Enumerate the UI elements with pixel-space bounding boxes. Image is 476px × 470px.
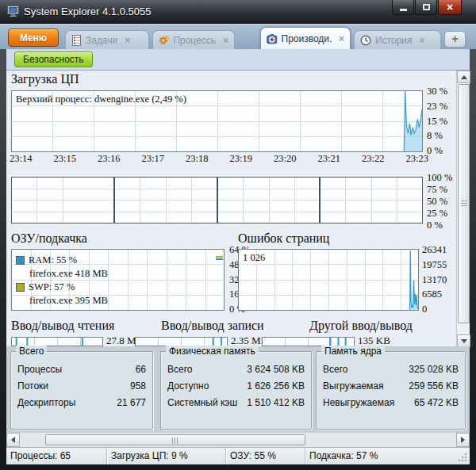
stat-value: 66 xyxy=(136,361,146,378)
scroll-right-button[interactable] xyxy=(456,433,470,447)
horizontal-scrollbar[interactable] xyxy=(6,433,470,447)
cpu-chart: Верхний процесс: dwengine.exe (2,49 %) xyxy=(11,90,423,152)
stat-row: Системный кэш1 510 412 KB xyxy=(161,395,311,411)
core-chart-cell xyxy=(12,178,115,223)
maximize-icon xyxy=(423,4,430,10)
stat-label: Потоки xyxy=(17,378,48,395)
io-read-sparkline xyxy=(12,338,102,346)
x-tick: 23:21 xyxy=(318,153,340,165)
tab-performance[interactable]: Производи... × xyxy=(260,27,351,49)
cpu-section-title: Загрузка ЦП xyxy=(11,72,79,86)
tab-close-icon[interactable]: × xyxy=(125,35,130,46)
group-title: Всего xyxy=(16,346,47,357)
y-tick: 13170 xyxy=(422,274,460,286)
tab-label: Процессы xyxy=(173,35,216,46)
arrow-left-icon xyxy=(11,437,15,443)
x-tick: 23:17 xyxy=(142,153,164,165)
menu-button[interactable]: Меню xyxy=(8,29,59,47)
stat-label: Дескрипторы xyxy=(17,395,75,411)
x-tick: 23:23 xyxy=(406,153,428,165)
stat-row: Невыгружаемая65 472 KB xyxy=(317,395,465,411)
core-chart-cell xyxy=(115,178,218,223)
maximize-button[interactable] xyxy=(415,0,437,15)
y-tick: 0 xyxy=(422,304,460,315)
core-chart-cell xyxy=(218,178,321,223)
stat-row: Потоки958 xyxy=(11,378,152,395)
status-swap: Подкачка: 57 % xyxy=(305,448,470,464)
x-tick: 23:19 xyxy=(230,153,252,165)
tab-history[interactable]: История × xyxy=(354,30,441,49)
status-processes: Процессы: 65 xyxy=(6,448,107,464)
scroll-left-button[interactable] xyxy=(6,433,20,447)
x-tick: 23:22 xyxy=(362,153,384,165)
per-core-chart xyxy=(11,177,423,224)
stat-row: Дескрипторы21 677 xyxy=(11,395,152,411)
stat-label: Процессы xyxy=(17,361,62,378)
memory-chart: RAM: 55 % firefox.exe 418 MB SWP: 57 % f… xyxy=(11,249,225,311)
x-tick: 23:18 xyxy=(186,153,208,165)
stats-panel: Всего Процессы66 Потоки958 Дескрипторы21… xyxy=(6,346,470,433)
kernel-memory-groupbox: Память ядра Всего325 028 KB Выгружаемая2… xyxy=(316,351,466,430)
stat-value: 3 624 508 KB xyxy=(247,361,305,378)
tab-close-icon[interactable]: × xyxy=(420,35,425,46)
stat-value: 65 472 KB xyxy=(414,395,459,411)
stat-value: 958 xyxy=(130,378,146,395)
x-tick: 23:14 xyxy=(10,153,32,165)
memory-legend: RAM: 55 % firefox.exe 418 MB SWP: 57 % f… xyxy=(16,254,108,308)
security-button[interactable]: Безопасность xyxy=(14,52,93,67)
add-tab-button[interactable]: + xyxy=(444,31,466,48)
tab-close-icon[interactable]: × xyxy=(223,35,228,46)
y-tick: 6585 xyxy=(422,288,460,300)
ram-swatch xyxy=(16,256,25,265)
minimize-icon xyxy=(400,9,407,11)
stat-value: 325 028 KB xyxy=(409,361,459,378)
ram-top-process: firefox.exe 418 MB xyxy=(16,267,108,281)
performance-icon xyxy=(267,33,278,44)
status-bar: Процессы: 65 Загрузка ЦП: 9 % ОЗУ: 55 % … xyxy=(6,447,470,464)
y-tick: 19755 xyxy=(422,259,460,271)
minimize-button[interactable] xyxy=(392,0,414,15)
ram-label: RAM: 55 % xyxy=(29,254,77,266)
stat-value: 1 510 412 KB xyxy=(247,395,305,411)
swap-swatch xyxy=(16,283,25,292)
close-icon: × xyxy=(447,2,453,13)
ram-trend-line xyxy=(216,258,223,260)
tab-close-icon[interactable]: × xyxy=(339,33,344,44)
swap-trend-line xyxy=(216,256,223,258)
totals-groupbox: Всего Процессы66 Потоки958 Дескрипторы21… xyxy=(10,351,153,430)
x-tick: 23:20 xyxy=(274,153,296,165)
resize-grip[interactable] xyxy=(465,460,466,461)
stat-label: Всего xyxy=(323,361,347,378)
window-title: System Explorer 4.1.0.5055 xyxy=(24,6,151,17)
stat-label: Системный кэш xyxy=(167,395,237,411)
page-faults-sparkline xyxy=(239,250,418,310)
page-faults-section-title: Ошибок страниц xyxy=(238,231,329,246)
tab-label: Задачи xyxy=(86,35,117,46)
tab-processes[interactable]: Процессы × xyxy=(152,30,235,49)
y-tick: 26341 xyxy=(422,244,460,256)
arrow-down-icon xyxy=(461,339,467,343)
vertical-scrollbar[interactable] xyxy=(456,71,470,347)
stat-label: Всего xyxy=(167,361,192,378)
horizontal-scrollbar-thumb[interactable] xyxy=(45,434,305,445)
clock-icon xyxy=(360,35,371,46)
group-title: Память ядра xyxy=(321,346,385,357)
stat-label: Невыгружаемая xyxy=(323,395,394,411)
vertical-scrollbar-thumb[interactable] xyxy=(458,84,470,323)
status-cpu-load: Загрузка ЦП: 9 % xyxy=(107,448,226,464)
swap-label: SWP: 57 % xyxy=(29,281,75,293)
scroll-up-button[interactable] xyxy=(457,71,470,83)
titlebar[interactable]: System Explorer 4.1.0.5055 × xyxy=(0,0,476,24)
cpu-x-axis: 23:14 23:15 23:16 23:17 23:18 23:19 23:2… xyxy=(10,153,428,165)
stat-row: Процессы66 xyxy=(11,361,152,378)
close-button[interactable]: × xyxy=(438,0,462,15)
tab-tasks[interactable]: Задачи × xyxy=(65,30,149,49)
arrow-right-icon xyxy=(461,437,465,443)
window-controls: × xyxy=(391,0,462,15)
arrow-up-icon xyxy=(461,75,467,79)
scroll-down-button[interactable] xyxy=(457,334,470,347)
x-tick: 23:15 xyxy=(54,153,76,165)
core-chart-cell xyxy=(321,178,422,223)
stat-row: Всего325 028 KB xyxy=(317,361,465,378)
io-write-title: Ввод/вывод записи xyxy=(161,319,264,333)
